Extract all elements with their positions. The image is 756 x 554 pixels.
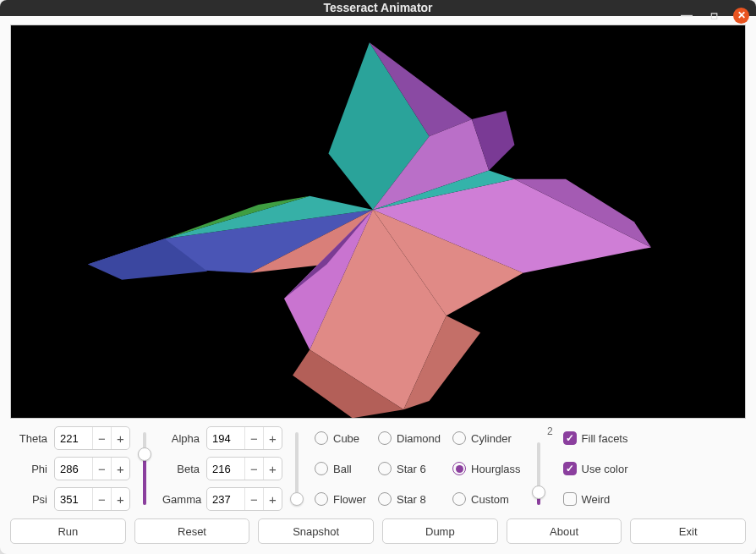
radio-icon [378,462,392,475]
alpha-stepper[interactable]: − + [206,426,282,450]
gamma-stepper[interactable]: − + [206,487,282,511]
radio-label: Cylinder [471,432,512,445]
psi-decr[interactable]: − [92,487,111,511]
radio-icon [452,492,466,506]
checkbox-icon [563,492,577,506]
radio-label: Star 8 [397,493,426,506]
psi-incr[interactable]: + [111,487,129,511]
shape-radio-flower[interactable]: Flower [315,492,366,506]
beta-stepper[interactable]: − + [206,457,282,480]
shape-radio-cube[interactable]: Cube [315,431,366,445]
radio-label: Cube [333,432,359,445]
alpha-input[interactable] [207,432,244,445]
beta-decr[interactable]: − [244,457,263,480]
radio-icon [378,492,392,506]
about-button[interactable]: About [507,518,622,544]
app-window: Tesseract Animator — ◻ ✕ [0,0,756,554]
content-area: Theta − + Phi − + [0,16,756,554]
radio-icon [315,431,328,445]
theta-input[interactable] [55,432,92,445]
shape-radio-custom[interactable]: Custom [452,492,521,506]
beta-input[interactable] [207,463,244,475]
alpha-decr[interactable]: − [244,426,263,450]
shape-radio-group: CubeDiamondCylinderBallStar 6HourglassFl… [315,425,521,512]
theta-label: Theta [10,432,49,445]
radio-icon [378,431,392,445]
gamma-label: Gamma [162,493,201,506]
alpha-label: Alpha [162,432,201,445]
radio-icon [315,492,328,506]
angles2-slider[interactable] [288,425,306,512]
theta-incr[interactable]: + [111,426,129,450]
use-color-check[interactable]: Use color [563,456,628,481]
weird-check[interactable]: Weird [563,486,628,512]
shape-radio-star-8[interactable]: Star 8 [378,492,441,506]
alpha-incr[interactable]: + [263,426,282,450]
shape-radio-diamond[interactable]: Diamond [378,431,441,445]
use-color-label: Use color [582,463,628,475]
checkbox-icon [563,431,577,445]
buttons-row: Run Reset Snapshot Dump About Exit [10,518,746,544]
phi-stepper[interactable]: − + [54,457,130,480]
shape-radio-star-6[interactable]: Star 6 [378,462,441,475]
radio-label: Flower [333,493,366,506]
angles1-group: Theta − + Phi − + [10,425,154,512]
detail-slider[interactable] [529,436,548,512]
theta-decr[interactable]: − [92,426,111,450]
dump-button[interactable]: Dump [382,518,498,544]
close-icon[interactable]: ✕ [733,8,749,24]
render-viewport[interactable] [10,25,746,419]
controls-row: Theta − + Phi − + [10,425,746,512]
radio-label: Custom [471,493,509,506]
run-button[interactable]: Run [10,518,126,544]
psi-stepper[interactable]: − + [54,487,130,511]
phi-input[interactable] [55,463,92,475]
phi-decr[interactable]: − [92,457,111,480]
gamma-input[interactable] [207,493,244,506]
shape-radio-hourglass[interactable]: Hourglass [452,462,521,475]
gamma-incr[interactable]: + [263,487,282,511]
psi-input[interactable] [55,493,92,506]
minimize-icon[interactable]: — [679,8,694,23]
radio-label: Hourglass [471,463,521,475]
exit-button[interactable]: Exit [630,518,746,544]
radio-label: Diamond [397,432,441,445]
detail-group: 2 [529,425,555,512]
checkbox-icon [563,462,577,475]
window-title: Tesseract Animator [323,1,432,14]
fill-facets-check[interactable]: Fill facets [563,425,628,451]
radio-icon [452,462,466,475]
fill-facets-label: Fill facets [582,432,628,445]
shape-radio-cylinder[interactable]: Cylinder [452,431,521,445]
radio-icon [315,462,328,475]
radio-label: Ball [333,463,352,475]
titlebar: Tesseract Animator — ◻ ✕ [0,0,756,16]
reset-button[interactable]: Reset [134,518,250,544]
beta-label: Beta [162,463,201,475]
theta-stepper[interactable]: − + [54,426,130,450]
maximize-icon[interactable]: ◻ [706,8,721,23]
radio-icon [452,431,466,445]
angles1-slider[interactable] [135,425,154,512]
snapshot-button[interactable]: Snapshot [258,518,374,544]
phi-incr[interactable]: + [111,457,129,480]
radio-label: Star 6 [397,463,426,475]
checks-group: Fill facets Use color Weird [563,425,628,512]
shape-radio-ball[interactable]: Ball [315,462,366,475]
beta-incr[interactable]: + [263,457,282,480]
psi-label: Psi [10,493,49,506]
angles2-group: Alpha − + Beta − + [162,425,306,512]
gamma-decr[interactable]: − [244,487,263,511]
tesseract-render [11,25,745,418]
phi-label: Phi [10,463,49,475]
weird-label: Weird [582,493,611,506]
